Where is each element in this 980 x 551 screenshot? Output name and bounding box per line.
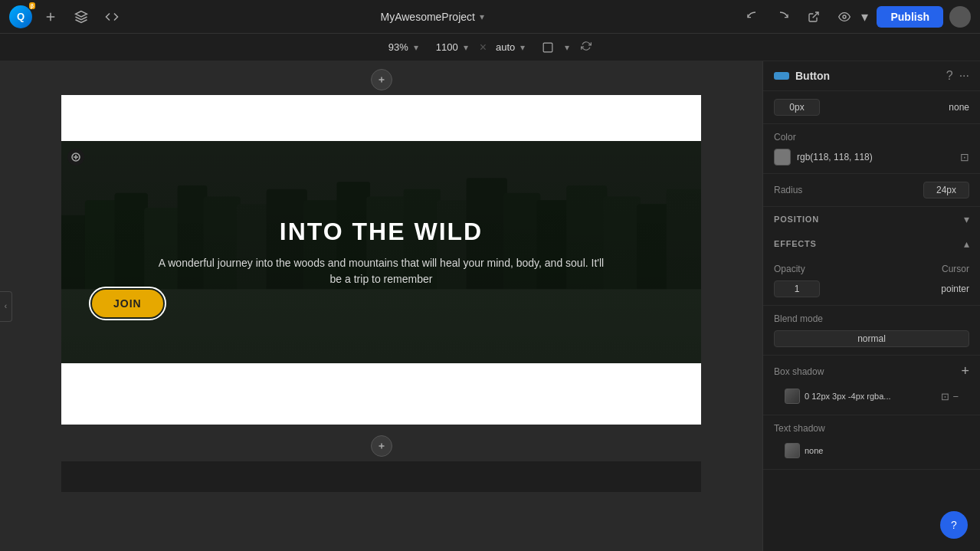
project-name-chevron[interactable]: ▾ [480, 11, 484, 22]
page-bottom-whitespace [61, 363, 701, 425]
user-avatar[interactable] [949, 6, 971, 28]
effects-section-header[interactable]: EFFECTS ▴ [763, 231, 980, 256]
padding-value[interactable]: 0px [774, 99, 820, 116]
color-swatch[interactable] [774, 149, 791, 166]
text-shadow-label: Text shadow [774, 423, 825, 434]
panel-title: Button [795, 70, 830, 82]
blend-row: Blend mode [774, 313, 969, 324]
sub-toolbar: 93% ▾ 1100 ▾ × auto ▾ ▾ [0, 34, 980, 61]
separator-2: × [480, 41, 487, 54]
cursor-label: Cursor [942, 264, 969, 274]
frame-button[interactable] [539, 39, 556, 56]
shadow-actions: ⊡ − [941, 391, 959, 402]
hero-content: INTO THE WILD A wonderful journey into t… [61, 141, 701, 363]
radius-row: Radius 24px [774, 182, 969, 198]
library-icon[interactable]: ⊡ [960, 151, 969, 163]
add-section-middle[interactable] [0, 431, 762, 461]
main-area: ‹ [0, 61, 980, 551]
hero-subtitle: A wonderful journey into the woods and m… [152, 255, 611, 287]
height-dropdown-btn[interactable]: ▾ [518, 41, 527, 54]
hero-title: INTO THE WILD [280, 218, 483, 246]
panel-more-button[interactable]: ··· [959, 69, 969, 83]
shadow-remove-button[interactable]: − [952, 391, 959, 402]
left-panel-collapse[interactable]: ‹ [0, 291, 12, 322]
effects-label: EFFECTS [774, 239, 817, 248]
position-toggle[interactable]: ▾ [964, 213, 969, 225]
refresh-button[interactable] [581, 41, 592, 54]
width-value[interactable]: 1100 [436, 41, 458, 53]
zoom-control: 93% ▾ [388, 41, 421, 54]
radius-value[interactable]: 24px [923, 182, 969, 198]
height-control: auto ▾ [496, 41, 527, 54]
preview-chevron[interactable]: ▾ [858, 5, 870, 29]
toolbar-right: ▾ Publish [740, 5, 971, 29]
canvas-area[interactable]: ‹ [0, 61, 762, 551]
layers-button[interactable] [69, 5, 93, 29]
box-shadow-label: Box shadow [774, 366, 824, 377]
color-hex[interactable]: rgb(118, 118, 118) [797, 152, 873, 162]
color-value-row: rgb(118, 118, 118) ⊡ [774, 149, 969, 166]
project-name[interactable]: MyAwesomeProject [380, 11, 474, 23]
padding-row: 0px none [774, 99, 969, 116]
effects-toggle[interactable]: ▴ [964, 238, 969, 250]
app-logo[interactable]: Q β [9, 5, 32, 28]
zoom-dropdown-btn[interactable]: ▾ [411, 41, 421, 54]
svg-point-4 [843, 15, 846, 18]
add-box-shadow-button[interactable]: + [961, 363, 969, 379]
page-top-whitespace [61, 95, 701, 141]
opacity-cursor-row: Opacity Cursor [774, 264, 969, 274]
panel-help-button[interactable]: ? [946, 69, 953, 83]
frame-dropdown-btn[interactable]: ▾ [562, 41, 572, 54]
zoom-value[interactable]: 93% [388, 41, 408, 53]
radius-label: Radius [774, 185, 802, 195]
box-shadow-preview[interactable] [785, 389, 800, 404]
add-element-button[interactable] [38, 5, 63, 29]
add-middle-plus[interactable] [371, 435, 392, 457]
color-row: Color [774, 132, 969, 143]
add-top-plus[interactable] [371, 69, 392, 90]
page-section: INTO THE WILD A wonderful journey into t… [61, 95, 701, 425]
selection-handle[interactable] [67, 149, 84, 166]
opacity-cursor-values: 1 pointer [774, 280, 969, 297]
svg-line-3 [813, 12, 818, 18]
export-button[interactable] [801, 5, 826, 29]
opacity-value[interactable]: 1 [774, 280, 820, 297]
undo-button[interactable] [740, 5, 765, 29]
width-dropdown-btn[interactable]: ▾ [461, 41, 470, 54]
text-shadow-item: none [774, 440, 969, 461]
panel-type-icon [774, 72, 789, 80]
panel-title-row: Button [774, 70, 830, 82]
code-button[interactable] [100, 5, 124, 29]
opacity-label: Opacity [774, 264, 805, 274]
top-toolbar: Q β MyAwesomeProject ▾ ▾ Publish [0, 0, 980, 34]
project-name-area: MyAwesomeProject ▾ [130, 11, 734, 23]
position-label: POSITION [774, 215, 819, 224]
preview-dropdown: ▾ [832, 5, 870, 29]
publish-button[interactable]: Publish [877, 6, 943, 28]
color-section: Color rgb(118, 118, 118) ⊡ [763, 124, 980, 174]
text-shadow-swatch[interactable] [785, 443, 800, 458]
redo-button[interactable] [771, 5, 795, 29]
panel-actions: ? ··· [946, 69, 969, 83]
position-section-header[interactable]: POSITION ▾ [763, 207, 980, 231]
add-section-top[interactable] [0, 64, 762, 95]
help-button[interactable]: ? [940, 511, 968, 539]
shadow-lib-button[interactable]: ⊡ [941, 391, 949, 402]
blend-value[interactable]: normal [774, 330, 969, 347]
cursor-value[interactable]: pointer [941, 284, 969, 294]
height-value[interactable]: auto [496, 41, 515, 53]
preview-button[interactable] [832, 5, 857, 29]
opacity-cursor-section: Opacity Cursor 1 pointer [763, 256, 980, 306]
box-shadow-item: 0 12px 3px -4px rgba... ⊡ − [774, 385, 969, 407]
logo-text: Q [17, 11, 25, 22]
width-control: 1100 ▾ [436, 41, 470, 54]
hero-section: INTO THE WILD A wonderful journey into t… [61, 141, 701, 363]
svg-marker-2 [76, 11, 87, 17]
footer-hint [61, 461, 701, 492]
box-shadow-value[interactable]: 0 12px 3px -4px rgba... [805, 392, 936, 401]
panel-header: Button ? ··· [763, 61, 980, 91]
svg-rect-5 [543, 43, 552, 52]
blend-section: Blend mode normal [763, 306, 980, 356]
blend-label: Blend mode [774, 313, 823, 324]
right-panel: Button ? ··· 0px none Color rgb(118, 118… [762, 61, 980, 551]
